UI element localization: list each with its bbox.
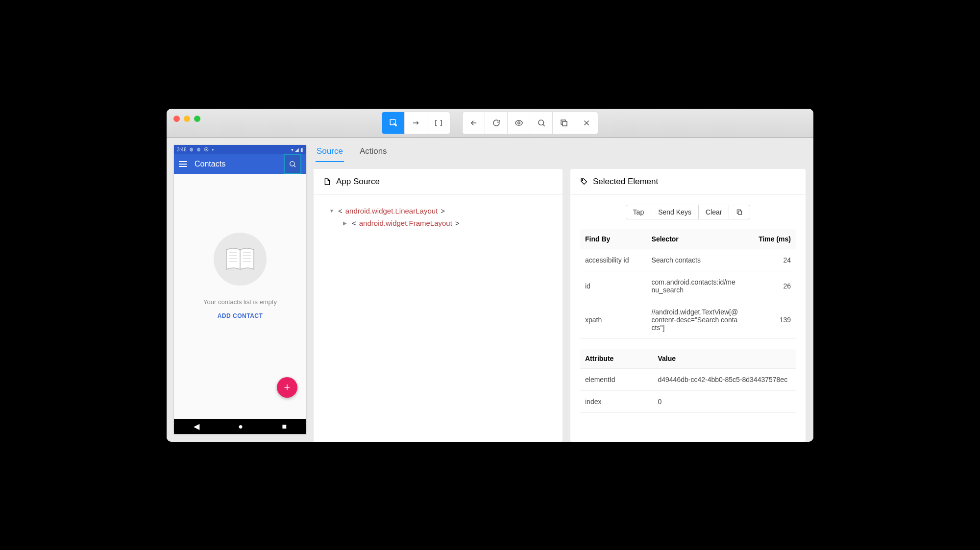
arrow-left-icon xyxy=(469,119,478,127)
device-body: Your contacts list is empty ADD CONTACT … xyxy=(174,174,306,419)
cell-time: 139 xyxy=(744,301,796,338)
findby-table: Find By Selector Time (ms) accessibility… xyxy=(580,229,796,339)
cell-selector: Search contacts xyxy=(647,249,744,271)
table-row: index 0 xyxy=(580,390,796,412)
minimize-window-button[interactable] xyxy=(184,116,190,122)
refresh-button[interactable] xyxy=(485,112,508,134)
cell-time: 26 xyxy=(744,271,796,301)
cell-by: xpath xyxy=(580,301,647,338)
cell-attr: elementId xyxy=(580,368,653,390)
cell-by: accessibility id xyxy=(580,249,647,271)
app-title: Contacts xyxy=(195,160,225,168)
cell-selector: com.android.contacts:id/menu_search xyxy=(647,271,744,301)
app-window: 3:46 ⚙ ⚙ ⦿ ▪ ▾ ◢ ▮ Contacts xyxy=(167,109,813,442)
caret-right-icon: ▶ xyxy=(343,220,349,226)
nav-back-icon: ◀ xyxy=(194,422,199,431)
selected-title: Selected Element xyxy=(593,177,658,187)
close-icon xyxy=(582,119,591,127)
content: 3:46 ⚙ ⚙ ⦿ ▪ ▾ ◢ ▮ Contacts xyxy=(167,138,813,442)
tab-actions[interactable]: Actions xyxy=(359,143,388,162)
book-icon xyxy=(214,233,267,286)
app-source-panel: App Source ▼ <android.widget.LinearLayou… xyxy=(314,169,563,442)
tab-source[interactable]: Source xyxy=(316,143,344,162)
location-icon: ⦿ xyxy=(204,147,209,152)
empty-message: Your contacts list is empty xyxy=(203,298,277,306)
copy-button[interactable] xyxy=(729,205,750,219)
copy-icon xyxy=(560,119,568,127)
table-row: id com.android.contacts:id/menu_search 2… xyxy=(580,271,796,301)
fab-add-button: + xyxy=(277,377,297,398)
cell-value: 0 xyxy=(653,390,796,412)
selected-element-panel: Selected Element Tap Send Keys Clear xyxy=(570,169,806,442)
inspector-pane: Source Actions App Source ▼ <android.wid… xyxy=(314,138,813,442)
eye-icon xyxy=(514,119,523,127)
wifi-icon: ▾ xyxy=(291,147,294,152)
col-findby: Find By xyxy=(580,229,647,249)
file-icon xyxy=(323,178,331,186)
svg-point-1 xyxy=(517,121,520,124)
close-window-button[interactable] xyxy=(173,116,180,122)
gear-icon: ⚙ xyxy=(196,147,201,152)
source-tree: ▼ <android.widget.LinearLayout> ▶ <andro… xyxy=(314,195,563,442)
svg-rect-6 xyxy=(738,211,742,214)
search-icon xyxy=(537,119,546,127)
element-actions: Tap Send Keys Clear xyxy=(580,205,796,219)
selected-header: Selected Element xyxy=(570,169,806,195)
mode-button-group xyxy=(382,112,450,134)
svg-point-2 xyxy=(539,120,544,125)
tree-tag: android.widget.LinearLayout xyxy=(345,207,438,215)
toolbar xyxy=(382,112,598,134)
tap-button[interactable]: Tap xyxy=(626,205,652,219)
hamburger-icon xyxy=(179,161,187,167)
tag-icon xyxy=(580,178,588,186)
attribute-table: Attribute Value elementId d49446db-cc42-… xyxy=(580,349,796,413)
caret-down-icon: ▼ xyxy=(329,208,335,214)
svg-rect-3 xyxy=(563,121,567,126)
search-button[interactable] xyxy=(530,112,553,134)
arrow-right-icon xyxy=(412,119,420,127)
device-pane: 3:46 ⚙ ⚙ ⦿ ▪ ▾ ◢ ▮ Contacts xyxy=(167,138,314,442)
send-keys-button[interactable]: Send Keys xyxy=(651,205,699,219)
refresh-icon xyxy=(492,119,501,127)
tap-coordinates-button[interactable] xyxy=(427,112,450,134)
search-icon xyxy=(289,160,296,168)
device-screenshot[interactable]: 3:46 ⚙ ⚙ ⦿ ▪ ▾ ◢ ▮ Contacts xyxy=(174,145,306,434)
add-contact-link: ADD CONTACT xyxy=(218,312,263,319)
table-row: accessibility id Search contacts 24 xyxy=(580,249,796,271)
back-button[interactable] xyxy=(463,112,485,134)
app-source-title: App Source xyxy=(336,177,380,187)
window-controls xyxy=(173,116,200,122)
cursor-in-box-icon xyxy=(389,119,398,127)
cell-value: d49446db-cc42-4bb0-85c5-8d34437578ec xyxy=(653,368,796,390)
nav-recent-icon: ■ xyxy=(282,422,287,431)
nav-home-icon: ● xyxy=(238,422,243,431)
svg-point-4 xyxy=(290,161,294,166)
select-element-button[interactable] xyxy=(382,112,405,134)
cell-selector: //android.widget.TextView[@content-desc=… xyxy=(647,301,744,338)
selected-body: Tap Send Keys Clear Find By Se xyxy=(570,195,806,442)
col-time: Time (ms) xyxy=(744,229,796,249)
maximize-window-button[interactable] xyxy=(194,116,200,122)
col-selector: Selector xyxy=(647,229,744,249)
device-navbar: ◀ ● ■ xyxy=(174,419,306,434)
col-value: Value xyxy=(653,349,796,369)
quit-button[interactable] xyxy=(575,112,598,134)
brackets-icon xyxy=(434,119,443,127)
tree-tag: android.widget.FrameLayout xyxy=(359,219,452,227)
swipe-button[interactable] xyxy=(405,112,427,134)
recording-button[interactable] xyxy=(508,112,530,134)
open-book-icon xyxy=(224,247,256,271)
panels: App Source ▼ <android.widget.LinearLayou… xyxy=(314,169,806,442)
table-row: xpath //android.widget.TextView[@content… xyxy=(580,301,796,338)
cell-time: 24 xyxy=(744,249,796,271)
device-search-button[interactable] xyxy=(284,154,301,174)
status-time: 3:46 xyxy=(177,147,186,152)
cell-attr: index xyxy=(580,390,653,412)
signal-icon: ◢ xyxy=(295,147,299,152)
tree-node[interactable]: ▼ <android.widget.LinearLayout> xyxy=(323,205,553,217)
tabs: Source Actions xyxy=(314,138,806,162)
tree-node[interactable]: ▶ <android.widget.FrameLayout> xyxy=(323,217,553,229)
app-source-header: App Source xyxy=(314,169,563,195)
clear-button[interactable]: Clear xyxy=(699,205,729,219)
copy-xml-button[interactable] xyxy=(553,112,575,134)
